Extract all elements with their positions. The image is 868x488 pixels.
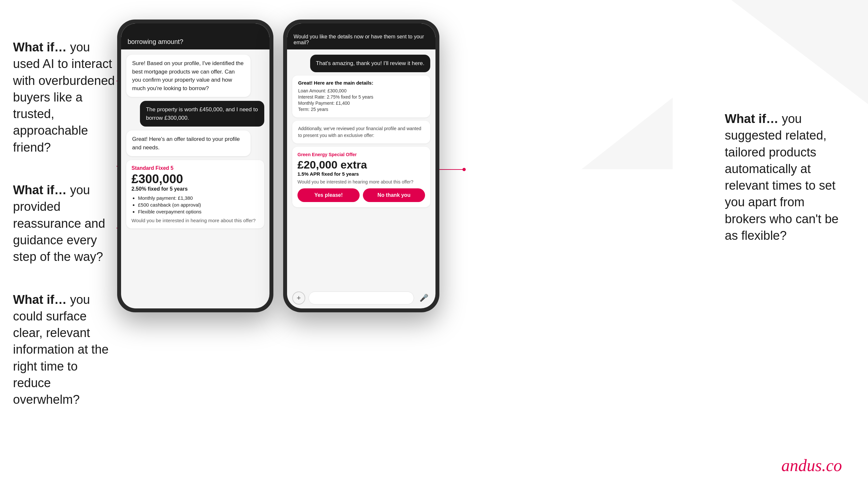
offer-question: Would you be interested in hearing more …	[131, 218, 259, 223]
green-offer-card: Green Energy Special Offer £20,000 extra…	[292, 147, 430, 207]
phone-1-header-text: borrowing amount?	[128, 38, 183, 45]
what-if-block-1: What if… you used AI to interact with ov…	[13, 39, 117, 156]
phone-1-messages: Sure! Based on your profile, I've identi…	[121, 50, 270, 308]
details-row-1: Loan Amount: £300,000	[298, 88, 425, 93]
details-row-4: Term: 25 years	[298, 107, 425, 112]
mic-button[interactable]: 🎤	[417, 292, 430, 304]
offer-bullet-1: Monthly payment: £1,380	[138, 195, 259, 201]
phone-2-header-text: Would you like the details now or have t…	[293, 34, 429, 45]
no-thank-you-button[interactable]: No thank you	[363, 188, 425, 202]
additional-text: Additionally, we've reviewed your financ…	[298, 126, 421, 138]
right-what-if-bold: What if…	[725, 112, 778, 126]
green-offer-amount: £20,000 extra	[298, 158, 425, 171]
phone-2-messages: That's amazing, thank you! I'll review i…	[287, 50, 435, 308]
what-if-text-3: What if… you could surface clear, releva…	[13, 292, 117, 408]
brand-logo: andus.co	[781, 456, 842, 475]
offer-amount: £300,000	[131, 172, 259, 186]
right-what-if-text: What if… you suggested related, tailored…	[725, 110, 848, 244]
phone-1-inner: borrowing amount? Sure! Based on your pr…	[121, 24, 270, 308]
details-row-3: Monthly Payment: £1,400	[298, 100, 425, 106]
add-attachment-button[interactable]: +	[292, 292, 305, 304]
bg-decoration-mid	[582, 98, 673, 169]
what-if-bold-2: What if…	[13, 183, 67, 197]
offer-bullets: Monthly payment: £1,380 £500 cashback (o…	[131, 195, 259, 215]
what-if-rest-1: you used AI to interact with overburdene…	[13, 40, 115, 154]
bg-decoration-top	[731, 0, 868, 104]
details-row-2: Interest Rate: 2.75% fixed for 5 years	[298, 94, 425, 100]
offer-bullet-3: Flexible overpayment options	[138, 209, 259, 215]
phone-1: borrowing amount? Sure! Based on your pr…	[117, 20, 273, 312]
right-text-section: What if… you suggested related, tailored…	[725, 110, 848, 244]
left-text-section: What if… you used AI to interact with ov…	[13, 39, 117, 434]
offer-buttons: Yes please! No thank you	[298, 188, 425, 202]
what-if-bold-1: What if…	[13, 40, 67, 54]
details-title: Great! Here are the main details:	[298, 80, 425, 86]
phone-2-inner: Would you like the details now or have t…	[287, 24, 435, 308]
phone-1-msg-2: The property is worth £450,000, and I ne…	[140, 101, 264, 127]
phone-2-details: Great! Here are the main details: Loan A…	[292, 75, 430, 118]
offer-title: Standard Fixed 5	[131, 165, 259, 171]
yes-please-button[interactable]: Yes please!	[298, 188, 360, 202]
what-if-rest-3: you could surface clear, relevant inform…	[13, 293, 109, 407]
offer-bullet-2: £500 cashback (on approval)	[138, 202, 259, 207]
arrow-line-4	[436, 169, 465, 170]
phone-1-offer-card: Standard Fixed 5 £300,000 2.50% fixed fo…	[126, 160, 264, 228]
phone-1-notch	[174, 24, 216, 34]
offer-rate: 2.50% fixed for 5 years	[131, 186, 259, 192]
phone-2-msg-user: That's amazing, thank you! I'll review i…	[310, 55, 430, 72]
right-what-if-rest: you suggested related, tailored products…	[725, 112, 838, 242]
what-if-bold-3: What if…	[13, 293, 67, 306]
additional-text-box: Additionally, we've reviewed your financ…	[292, 121, 430, 143]
message-input[interactable]	[309, 292, 414, 304]
what-if-text-2: What if… you provided reassurance and gu…	[13, 182, 117, 265]
what-if-text-1: What if… you used AI to interact with ov…	[13, 39, 117, 156]
what-if-block-3: What if… you could surface clear, releva…	[13, 292, 117, 408]
phone-2-notch	[340, 24, 382, 34]
chat-input-bar: + 🎤	[292, 292, 430, 304]
phone-1-screen: borrowing amount? Sure! Based on your pr…	[121, 24, 270, 308]
green-offer-label: Green Energy Special Offer	[298, 152, 425, 157]
phone-1-msg-3: Great! Here's an offer tailored to your …	[126, 130, 251, 156]
phone-2: Would you like the details now or have t…	[283, 20, 439, 312]
green-offer-question: Would you be interested in hearing more …	[298, 179, 425, 185]
phone-1-msg-1: Sure! Based on your profile, I've identi…	[126, 55, 251, 97]
green-offer-rate: 1.5% APR fixed for 5 years	[298, 171, 425, 177]
what-if-block-2: What if… you provided reassurance and gu…	[13, 182, 117, 265]
phone-2-screen: Would you like the details now or have t…	[287, 24, 435, 308]
